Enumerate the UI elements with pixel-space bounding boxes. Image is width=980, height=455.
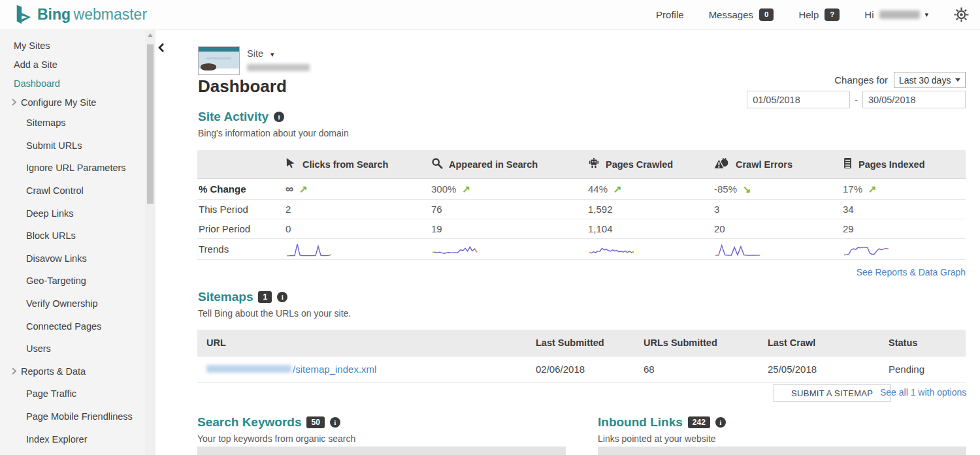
sidebar-item-dashboard[interactable]: Dashboard xyxy=(0,74,155,93)
activity-column-label: Appeared in Search xyxy=(449,159,538,170)
sidebar-item-label: My Sites xyxy=(14,40,50,51)
greeting-label: Hi xyxy=(864,9,874,20)
thumbnail-image-blob xyxy=(201,63,216,71)
this-period-label: This Period xyxy=(197,204,281,215)
sidebar-item-add-a-site[interactable]: Add a Site xyxy=(0,55,155,74)
sitemap-last-submitted: 02/06/2018 xyxy=(503,364,627,375)
messages-link[interactable]: Messages 0 xyxy=(709,8,774,20)
sidebar-item-page-mobile-friendliness[interactable]: Page Mobile Friendliness xyxy=(0,405,155,428)
topbar: Bing webmaster Profile Messages 0 Help ?… xyxy=(0,0,980,30)
prior-period-row: Prior Period0191,1042029 xyxy=(197,219,966,239)
sidebar-item-connected-pages[interactable]: Connected Pages xyxy=(0,315,155,337)
sitemaps-subtitle: Tell Bing about the URLs on your site. xyxy=(198,308,351,319)
site-selector-area: Site ▾ xyxy=(198,46,310,75)
site-activity-title[interactable]: Site Activity xyxy=(198,110,269,124)
activity-column-label: Crawl Errors xyxy=(736,159,792,170)
period-select-value: Last 30 days xyxy=(899,75,951,86)
search-keywords-title[interactable]: Search Keywords xyxy=(197,415,301,430)
sidebar-item-sitemaps[interactable]: Sitemaps xyxy=(0,112,155,134)
site-thumbnail[interactable] xyxy=(198,46,240,75)
sidebar-item-ignore-url-parameters[interactable]: Ignore URL Parameters xyxy=(0,157,155,180)
sidebar-item-label: Dashboard xyxy=(14,78,60,89)
sidebar-item-users[interactable]: Users xyxy=(0,337,155,360)
pages-indexed-icon xyxy=(843,157,853,171)
sidebar-item-my-sites[interactable]: My Sites xyxy=(0,36,155,55)
trend-up-arrow-icon: ↗ xyxy=(613,183,622,195)
this-period-value: 1,592 xyxy=(583,204,710,215)
help-link[interactable]: Help ? xyxy=(798,8,840,20)
sitemaps-count-badge: 1 xyxy=(258,291,272,303)
search-keywords-info-icon[interactable]: i xyxy=(330,417,340,428)
page-title: Dashboard xyxy=(198,76,287,97)
site-dropdown[interactable]: Site ▾ xyxy=(247,46,310,59)
percent-change-row: % Change∞↗300%↗44%↗-85%↘17%↗ xyxy=(197,179,966,200)
sidebar-item-verify-ownership[interactable]: Verify Ownership xyxy=(0,292,155,315)
sitemap-url-link[interactable]: /sitemap_index.xml xyxy=(206,364,376,375)
sidebar-item-geo-targeting[interactable]: Geo-Targeting xyxy=(0,270,155,292)
activity-column-label: Pages Indexed xyxy=(858,159,925,170)
sidebar-scrollbar[interactable] xyxy=(145,30,155,455)
sitemap-status: Pending xyxy=(875,364,966,375)
sidebar-item-submit-urls[interactable]: Submit URLs xyxy=(0,134,155,157)
sitemaps-title[interactable]: Sitemaps xyxy=(198,290,253,304)
prior-period-value: 20 xyxy=(710,223,838,234)
see-reports-link[interactable]: See Reports & Data Graph xyxy=(857,267,966,277)
sidebar-item-block-urls[interactable]: Block URLs xyxy=(0,225,155,247)
brand-suffix: webmaster xyxy=(74,6,147,23)
percent-change-text: -85% xyxy=(714,183,737,195)
percent-change-text: 300% xyxy=(431,183,456,195)
scrollbar-thumb[interactable] xyxy=(147,44,154,204)
trend-up-arrow-icon: ↗ xyxy=(462,183,470,195)
sidebar-item-reports-data[interactable]: Reports & Data xyxy=(0,360,155,383)
inbound-links-info-icon[interactable]: i xyxy=(715,417,726,428)
scroll-up-arrow-icon[interactable] xyxy=(148,33,153,37)
bing-webmaster-logo[interactable]: Bing webmaster xyxy=(14,5,147,25)
sidebar-item-configure-my-site[interactable]: Configure My Site xyxy=(0,93,155,112)
sitemaps-info-icon[interactable]: i xyxy=(277,292,287,302)
date-from-input[interactable] xyxy=(747,91,850,108)
site-activity-section-head: Site Activity i Bing's information about… xyxy=(198,110,349,138)
this-period-value: 34 xyxy=(838,204,966,215)
inbound-links-title[interactable]: Inbound Links xyxy=(598,415,683,430)
see-all-sitemaps-link[interactable]: See all 1 with options xyxy=(880,387,966,398)
sidebar-item-crawl-control[interactable]: Crawl Control xyxy=(0,180,155,202)
percent-change-value: 44%↗ xyxy=(583,183,710,195)
sidebar-item-label: Block URLs xyxy=(26,230,76,241)
percent-change-value: 300%↗ xyxy=(427,183,583,195)
sidebar-collapse-icon[interactable] xyxy=(158,43,164,55)
search-keywords-section: Search Keywords 50 i Your top keywords f… xyxy=(197,415,566,444)
search-keywords-subtitle: Your top keywords from organic search xyxy=(197,433,566,444)
profile-link[interactable]: Profile xyxy=(656,9,684,20)
changes-for-row: Changes for Last 30 days xyxy=(834,72,966,88)
sidebar-item-label: Users xyxy=(26,343,51,354)
date-range-row: - xyxy=(747,91,966,108)
sidebar-item-label: Connected Pages xyxy=(26,321,101,332)
sidebar-item-label: Verify Ownership xyxy=(26,298,98,309)
period-select[interactable]: Last 30 days xyxy=(894,72,966,88)
settings-gear-icon[interactable] xyxy=(953,7,970,23)
crawl-error-icon xyxy=(714,157,730,172)
user-menu[interactable]: Hi ▾ xyxy=(864,9,928,20)
site-activity-info-icon[interactable]: i xyxy=(274,112,284,122)
submit-sitemap-button[interactable]: SUBMIT A SITEMAP xyxy=(774,384,890,402)
sidebar-item-disavow-links[interactable]: Disavow Links xyxy=(0,247,155,270)
sidebar-item-label: Page Traffic xyxy=(26,388,76,399)
sidebar-item-page-traffic[interactable]: Page Traffic xyxy=(0,383,155,405)
changes-for-label: Changes for xyxy=(834,74,888,86)
chevron-right-icon xyxy=(12,368,16,375)
trend-sparkline-pages-indexed xyxy=(838,241,966,258)
activity-column-label: Clicks from Search xyxy=(302,159,388,170)
sidebar-item-index-explorer[interactable]: Index Explorer xyxy=(0,428,155,450)
sidebar-item-label: Disavow Links xyxy=(26,253,87,264)
prior-period-label: Prior Period xyxy=(197,223,281,234)
sidebar-item-label: Crawl Control xyxy=(26,185,84,196)
date-to-input[interactable] xyxy=(862,91,966,108)
activity-column-crawl-errors: Crawl Errors xyxy=(710,157,838,172)
date-range-dash: - xyxy=(855,95,858,105)
trend-sparkline-crawl-errors xyxy=(710,241,838,258)
sitemap-last-crawl: 25/05/2018 xyxy=(751,364,875,375)
trend-up-arrow-icon: ↗ xyxy=(299,183,308,195)
percent-change-label: % Change xyxy=(197,183,281,195)
prior-period-value: 29 xyxy=(838,223,966,234)
sidebar-item-deep-links[interactable]: Deep Links xyxy=(0,202,155,225)
